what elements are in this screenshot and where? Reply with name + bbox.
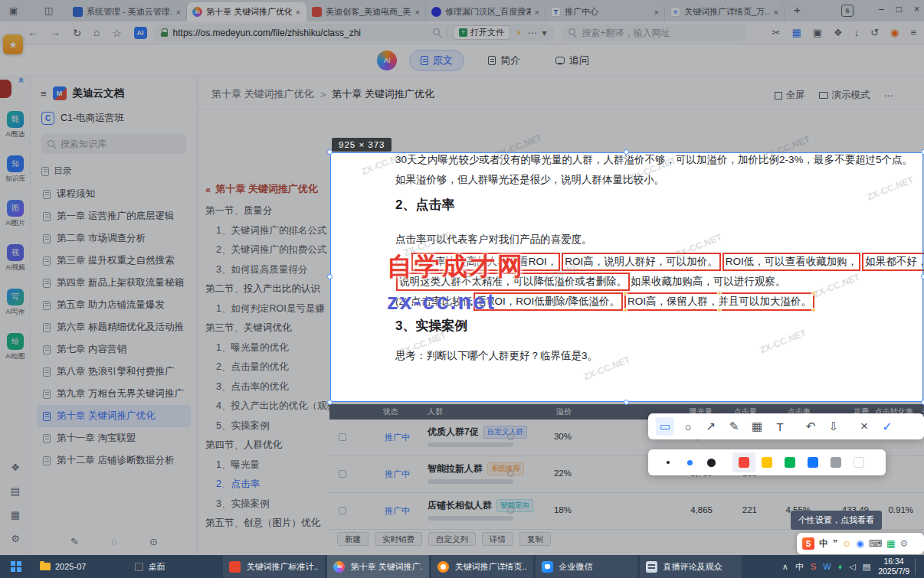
taskbar-desktop-item[interactable]: 桌面 [127, 555, 172, 578]
browser-search-input[interactable] [582, 28, 739, 38]
sidebar-chapter[interactable]: 课程须知 [37, 183, 191, 205]
bookmark-star-icon[interactable]: ☆ [112, 27, 121, 39]
toolbar-icon[interactable]: ▣ [813, 27, 822, 38]
table-footer-button[interactable]: 自定义列 [428, 532, 476, 546]
sidebar-menu-icon[interactable]: ≡ [41, 88, 47, 100]
table-header-cell[interactable]: 状态 [383, 404, 421, 420]
toc-item[interactable]: 第五节、创意（图片）优化 [205, 514, 330, 534]
toc-chapter-header[interactable]: « 第十章 关键词推广优化 [205, 182, 330, 196]
ime-icon[interactable]: 中 [819, 537, 828, 550]
audience-name[interactable]: 店铺长相似人群 [428, 499, 492, 512]
taskbar-app[interactable]: 关键词推广标准计... [223, 555, 325, 578]
fullscreen-button[interactable]: 全屏 [775, 89, 805, 102]
browser-menu-icon[interactable]: ▣ [9, 5, 18, 16]
sidebar-footer-icon[interactable]: ✎ [70, 536, 79, 547]
tab-count-badge[interactable]: 6 [841, 5, 854, 17]
ime-icon[interactable]: ” [833, 538, 837, 549]
selection-handle[interactable] [921, 400, 924, 405]
toc-item[interactable]: 5、实操案例 [205, 416, 330, 436]
browser-tab[interactable]: ✳ 关键词推广详情页_万... × [665, 2, 785, 21]
screenshot-tool[interactable]: ↗ [702, 417, 720, 436]
row-checkbox[interactable] [339, 507, 346, 514]
rail-bottom-icon[interactable]: ❖ [11, 462, 20, 473]
color-swatch[interactable] [847, 452, 870, 472]
toc-item[interactable]: 第三节、关键词优化 [205, 318, 330, 338]
taskbar-app[interactable]: 直播评论及观众 [640, 555, 742, 578]
screenshot-tool[interactable]: ○ [679, 417, 697, 436]
split-view-icon[interactable]: ◫ [44, 5, 53, 16]
tray-icon[interactable]: S [811, 562, 816, 571]
sidebar-footer-icon[interactable]: ⊙ [149, 536, 158, 547]
screenshot-tool[interactable]: T [771, 417, 789, 436]
toc-item[interactable]: 第二节、投入产出比的认识 [205, 279, 330, 299]
audience-name[interactable]: 优质人群7促 [428, 426, 479, 439]
row-checkbox[interactable] [339, 433, 346, 441]
sidebar-footer-icon[interactable]: ◌ [111, 536, 117, 547]
rail-item[interactable]: 视 AI视频 [0, 240, 31, 285]
selection-handle[interactable] [624, 149, 629, 155]
toc-item[interactable]: 第四节、人群优化 [205, 436, 330, 456]
tab-close-icon[interactable]: × [415, 8, 420, 17]
more-actions-icon[interactable]: ⋯ [884, 90, 894, 101]
toc-item[interactable]: 1、关键词推广的排名公式 [205, 221, 330, 241]
sidebar-chapter[interactable]: 第十章 关键词推广优化 [37, 405, 191, 427]
table-header-cell[interactable]: 溢价 [513, 404, 572, 420]
rail-item[interactable]: 绘 AI绘图 [0, 329, 31, 374]
table-footer-button[interactable]: 实时销费 [375, 532, 422, 546]
toc-item[interactable]: 2、点击量的优化 [205, 358, 330, 377]
browser-tab[interactable]: T 推广中心 × [546, 2, 665, 21]
selection-handle[interactable] [921, 274, 924, 279]
start-button[interactable] [0, 555, 32, 578]
table-header-cell[interactable]: 人群 [428, 404, 519, 420]
brush-size-option[interactable] [657, 452, 679, 473]
minimize-button[interactable]: – [879, 4, 884, 15]
toc-item[interactable]: 2、点击率 [205, 475, 330, 495]
selection-handle[interactable] [921, 149, 924, 155]
back-icon[interactable]: ← [28, 27, 38, 38]
toolbar-icon[interactable]: ✂ [772, 27, 781, 38]
ime-icon[interactable]: ⚙ [899, 538, 908, 549]
tab-close-icon[interactable]: × [654, 8, 659, 17]
toc-item[interactable]: 3、实操案例 [205, 495, 330, 514]
toc-item[interactable]: 4、投入产出比的优化（观察7天/15... [205, 397, 330, 416]
color-swatch[interactable] [801, 452, 824, 472]
toolbar-icon[interactable]: ≡ [910, 27, 916, 38]
tab-close-icon[interactable]: × [296, 8, 300, 17]
browser-search-bar[interactable] [561, 24, 746, 41]
screenshot-tool[interactable]: ▦ [748, 417, 766, 436]
table-footer-button[interactable]: 新建 [337, 532, 369, 546]
toc-item[interactable]: 3、点击率的优化 [205, 377, 330, 397]
tray-icon[interactable]: ◁ [849, 562, 855, 572]
sidebar-chapter[interactable]: 第七章 内容营销 [37, 338, 191, 361]
rail-bottom-icon[interactable]: ▦ [11, 509, 20, 521]
rail-item[interactable]: 写 AI写作 [0, 285, 31, 329]
rail-bottom-icon[interactable]: ▤ [11, 485, 20, 497]
presentation-button[interactable]: 演示模式 [819, 89, 870, 102]
selection-handle[interactable] [327, 274, 333, 279]
screenshot-tool[interactable]: ✎ [725, 417, 743, 436]
sidebar-chapter[interactable]: 第六章 标题精细优化及活动推 [37, 316, 191, 338]
rail-item[interactable]: 知 知识库 [0, 152, 31, 196]
browser-tab[interactable]: 美迪创客_美迪电商_美... × [306, 2, 426, 21]
tray-icon[interactable]: W [823, 562, 831, 571]
toolbar-icon[interactable]: ◉ [890, 27, 899, 38]
sidebar-chapter[interactable]: 第八章 热浪引擎和付费推广 [37, 361, 191, 383]
toolbar-icon[interactable]: ❖ [834, 27, 843, 38]
row-checkbox[interactable] [339, 470, 346, 478]
color-swatch[interactable] [824, 452, 847, 472]
ime-icon[interactable]: S [802, 537, 814, 550]
taskbar-app[interactable]: 关键词推广详情页... [431, 555, 533, 578]
toc-item[interactable]: 1、如何判定ROI是亏是赚 [205, 299, 330, 319]
collapse-icon[interactable]: « [205, 184, 211, 195]
toc-item[interactable]: 第一节、质量分 [205, 201, 330, 221]
tab-original-text[interactable]: 原文 [409, 50, 464, 71]
course-selector[interactable]: C C1-电商运营班 [41, 112, 186, 125]
ime-icon[interactable]: ☺ [842, 538, 851, 549]
tray-icon[interactable]: 中 [795, 561, 804, 573]
color-swatch[interactable] [755, 452, 778, 472]
app-badge[interactable] [0, 80, 11, 98]
chevron-down-icon[interactable]: ▾ [542, 28, 547, 38]
toc-item[interactable]: 3、如何提高质量得分 [205, 260, 330, 280]
tray-icon[interactable]: ♦ [838, 562, 843, 571]
forward-icon[interactable]: → [51, 27, 61, 38]
